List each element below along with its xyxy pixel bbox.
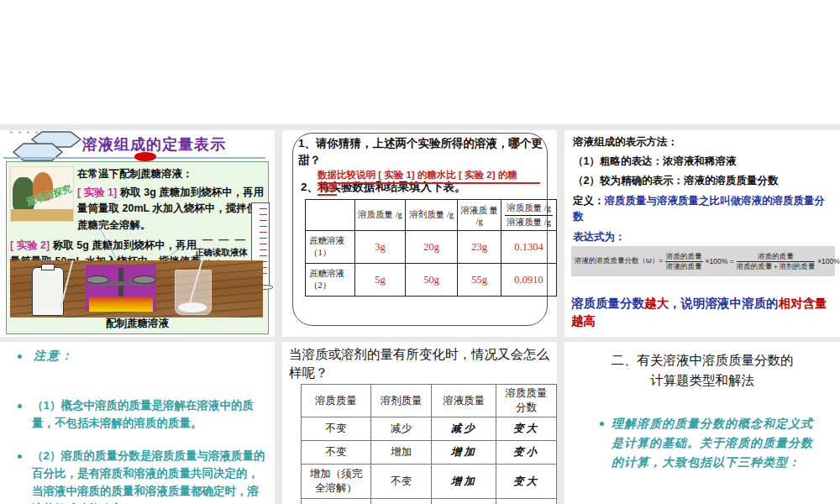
fraction-numerator: 溶质质量 /g bbox=[505, 202, 553, 216]
table-header: 溶剂质量 bbox=[370, 385, 432, 417]
slide-1-thumbnail[interactable]: 溶液组成的定量表示 活动与探究 在常温下配制蔗糖溶液： [ 实验 1] 称取 3… bbox=[0, 130, 275, 337]
formula-numerator-1: 溶质的质量 bbox=[665, 252, 703, 262]
change-question-text: 当溶质或溶剂的量有所变化时，情况又会怎么样呢？ bbox=[289, 345, 554, 381]
lab-photo bbox=[10, 260, 263, 318]
cell-answer: 变大 bbox=[496, 417, 557, 441]
experiment-1-tag: [ 实验 1] bbox=[77, 186, 117, 198]
activity-cartoon-image: 活动与探究 bbox=[10, 166, 74, 222]
formula-numerator-2: 溶质的质量 bbox=[737, 252, 816, 262]
conclusion-part-3: ，说明溶液中溶质的 bbox=[669, 297, 779, 310]
slide-2-thumbnail[interactable]: 1、请你猜猜，上述两个实验所得的溶液，哪个更甜？ 数据比较说明 [ 实验 1] … bbox=[282, 130, 557, 337]
conclusion-text: 溶质质量分数越大，说明溶液中溶质的相对含量越高 bbox=[571, 295, 837, 330]
formula-fraction-2: 溶质的质量 溶质的质量＋溶剂的质量 bbox=[737, 252, 816, 270]
cell: 增加（须完 全溶解） bbox=[302, 465, 371, 499]
note-point-2: （2）溶质的质量分数是溶质质量与溶液质量的百分比，是有溶质和溶液的质量共同决定的… bbox=[32, 448, 269, 504]
table-row: 增加（须完 全溶解） 不变 增加 变大 bbox=[302, 465, 557, 499]
cell-answer: 增加 bbox=[432, 465, 496, 499]
balance-pan-right bbox=[133, 276, 156, 284]
formula-denominator-1: 溶液的质量 bbox=[665, 262, 703, 271]
cell-answer: 减少 bbox=[432, 417, 496, 441]
table-row: 蔗糖溶液 （2） 5g 50g 55g 0.0910 bbox=[306, 264, 557, 297]
cell: 增加 bbox=[370, 441, 432, 465]
section-heading: 溶液组成的表示方法： bbox=[573, 135, 678, 150]
change-effect-table: 溶质质量 溶剂质量 溶液质量 溶质质量 分数 不变 减少 减少 变大 不变 增加… bbox=[301, 384, 557, 504]
slide-5-thumbnail[interactable]: 当溶质或溶剂的量有所变化时，情况又会怎么样呢？ 溶质质量 溶剂质量 溶液质量 溶… bbox=[282, 342, 557, 504]
beaker-liquid bbox=[178, 302, 207, 312]
cell-value: 0.1304 bbox=[501, 231, 557, 264]
cell-value: 55g bbox=[458, 264, 501, 297]
dash-marks: — — — bbox=[202, 234, 247, 245]
table-row: 不变 减少 减少 变大 bbox=[302, 417, 557, 441]
definition-body: 溶质质量与溶液质量之比叫做溶液的溶质质量分数 bbox=[573, 195, 825, 223]
bullet-icon bbox=[18, 404, 22, 408]
slide-title: 溶液组成的定量表示 bbox=[82, 134, 226, 155]
cell-value: 3g bbox=[354, 231, 405, 264]
cell-answer: 变大 bbox=[496, 465, 557, 499]
cell-value: 20g bbox=[406, 231, 458, 264]
experiment-1-text: [ 实验 1] 称取 3g 蔗糖加到烧杯中，再用量筒量取 20mL 水加入烧杯中… bbox=[77, 185, 267, 234]
section-title-line2: 计算题类型和解法 bbox=[650, 373, 754, 387]
cell-value: 23g bbox=[458, 231, 501, 264]
answer-text-line2: 水甜 bbox=[318, 181, 337, 196]
beaker-graphic bbox=[175, 270, 212, 315]
definition-text: 定义：溶质质量与溶液质量之比叫做溶液的溶质质量分数 bbox=[573, 193, 833, 225]
expression-label: 表达式为： bbox=[573, 230, 626, 244]
cell bbox=[432, 499, 496, 504]
experiment-data-table: 溶质质量 /g 溶剂质量 /g 溶液质 量 /g 溶质质量 /g 溶液质量 /g… bbox=[305, 199, 557, 297]
table-header-mass-fraction: 溶质质量 /g 溶液质量 /g bbox=[501, 200, 557, 231]
formula-fraction-1: 溶质的质量 溶液的质量 bbox=[665, 252, 703, 270]
red-ellipse-decoration bbox=[134, 152, 156, 161]
cell bbox=[496, 499, 557, 504]
balance-scale-graphic bbox=[86, 265, 156, 312]
point-1-text: （1）粗略的表达：浓溶液和稀溶液 bbox=[573, 155, 736, 169]
cell: 减少 bbox=[370, 417, 432, 441]
section-title: 二、有关溶液中溶质质量分数的 计算题类型和解法 bbox=[564, 350, 840, 391]
cell: 不变 bbox=[302, 441, 371, 465]
table-header-solute-mass: 溶质质量 /g bbox=[354, 200, 405, 231]
formula-times-100-equals: ×100% = bbox=[706, 257, 734, 265]
point-2-text: （2）较为精确的表示：溶液的溶质质量分数 bbox=[573, 174, 778, 188]
table-row: 蔗糖溶液 （1） 3g 20g 23g 0.1304 bbox=[306, 231, 557, 264]
experiment-2-tag: [ 实验 2] bbox=[10, 239, 50, 251]
table-header-solution-mass: 溶液质 量 /g bbox=[458, 200, 501, 231]
cell: 不变 bbox=[302, 417, 371, 441]
cartoon-desk bbox=[11, 209, 73, 221]
cell-value: 50g bbox=[406, 264, 458, 297]
table-header: 溶液质量 bbox=[432, 385, 496, 417]
slide-6-thumbnail[interactable]: 二、有关溶液中溶质质量分数的 计算题类型和解法 理解溶质的质量分数的概念和定义式… bbox=[564, 342, 840, 504]
basis-note-text: 理解溶质的质量分数的概念和定义式是计算的基础。关于溶质的质量分数的计算，大致包括… bbox=[612, 414, 823, 472]
table-row: 不变 增加 增加 变小 bbox=[302, 441, 557, 465]
experiment-panel: 活动与探究 在常温下配制蔗糖溶液： [ 实验 1] 称取 3g 蔗糖加到烧杯中，… bbox=[6, 161, 269, 334]
note-point-1: （1）概念中溶质的质量是溶解在溶液中的质量，不包括未溶解的溶质的质量。 bbox=[32, 397, 265, 433]
formula-times-100: ×100%↵ bbox=[817, 257, 840, 265]
table-header-solvent-mass: 溶剂质量 /g bbox=[406, 200, 458, 231]
table-header: 溶质质量 bbox=[302, 385, 371, 417]
cell-value: 0.0910 bbox=[501, 264, 557, 297]
cell: 不变 bbox=[370, 499, 432, 504]
slide-4-thumbnail[interactable]: 注意： （1）概念中溶质的质量是溶解在溶液中的质量，不包括未溶解的溶质的质量。 … bbox=[0, 342, 275, 504]
table-row: 减少 不变 bbox=[302, 499, 557, 504]
photo-caption: 配制蔗糖溶液 bbox=[7, 317, 268, 331]
reagent-bottle-graphic bbox=[32, 267, 64, 316]
section-title-line1: 二、有关溶液中溶质质量分数的 bbox=[612, 353, 794, 367]
balance-base bbox=[89, 297, 153, 312]
cell: 不变 bbox=[370, 465, 432, 499]
table-header-empty bbox=[306, 200, 355, 231]
question-1-text: 1、请你猜猜，上述两个实验所得的溶液，哪个更甜？ bbox=[298, 135, 545, 168]
formula-lhs: 溶液的溶质质量分数（ω）= bbox=[575, 256, 663, 266]
table-header: 溶质质量 分数 bbox=[496, 385, 557, 417]
conclusion-part-1: 溶质质量分数 bbox=[571, 297, 644, 310]
row-label: 蔗糖溶液 （1） bbox=[306, 231, 355, 264]
bullet-icon bbox=[600, 422, 604, 426]
slide-3-thumbnail[interactable]: 溶液组成的表示方法： （1）粗略的表达：浓溶液和稀溶液 （2）较为精确的表示：溶… bbox=[564, 130, 840, 337]
cell-answer: 变小 bbox=[496, 441, 557, 465]
cell-value: 5g bbox=[354, 264, 405, 297]
bullet-icon bbox=[18, 454, 22, 459]
balance-pan-left bbox=[86, 276, 109, 284]
bullet-icon bbox=[18, 354, 22, 359]
fraction-denominator: 溶液质量 /g bbox=[507, 216, 551, 228]
cell: 减少 bbox=[302, 499, 371, 504]
note-heading: 注意： bbox=[34, 349, 74, 364]
cell-answer: 增加 bbox=[432, 441, 496, 465]
row-label: 蔗糖溶液 （2） bbox=[306, 264, 355, 297]
